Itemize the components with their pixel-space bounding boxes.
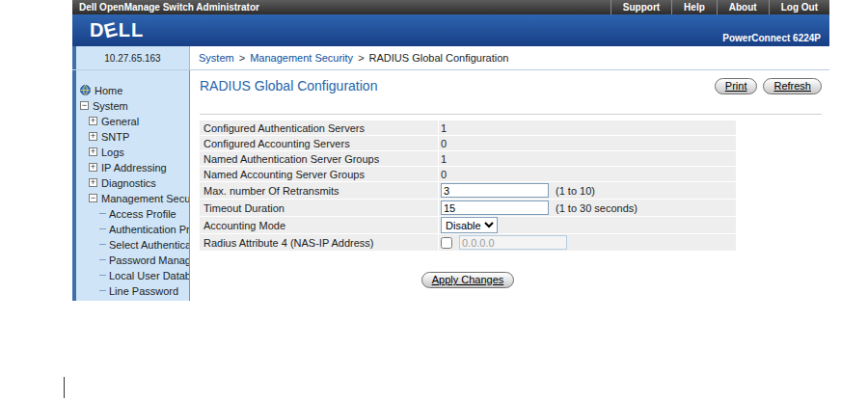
print-button[interactable]: Print (715, 78, 758, 94)
sidebar-item-select-authentication[interactable]: Select Authenticatio (76, 237, 189, 252)
sidebar-item-local-user-database[interactable]: Local User Databas (76, 268, 189, 282)
breadcrumb-link-management-security[interactable]: Management Security (250, 52, 353, 64)
logout-link[interactable]: Log Out (769, 0, 829, 14)
sidebar-item-line-password[interactable]: Line Password (76, 283, 189, 298)
sidebar-item-label: Access Profile (109, 208, 176, 220)
sidebar-item-password-management[interactable]: Password Managem (76, 253, 189, 267)
sidebar-item-label: Home (95, 85, 122, 96)
sidebar-item-management-security[interactable]: Management Security (76, 191, 189, 205)
table-row-timeout-duration: Timeout Duration (1 to 30 seconds) (200, 200, 736, 216)
header-buttons: Print Refresh (715, 78, 822, 94)
field-label: Configured Accounting Servers (200, 136, 439, 150)
brand-bar: DELL PowerConnect 6224P (72, 14, 829, 46)
help-link[interactable]: Help (671, 0, 717, 14)
sidebar-item-label: System (93, 100, 128, 112)
sidebar-item-authentication-profiles[interactable]: Authentication Profi (76, 222, 189, 236)
refresh-button[interactable]: Refresh (763, 78, 822, 94)
field-label: Configured Authentication Servers (200, 120, 439, 135)
sidebar-item-label: Line Password (109, 285, 178, 297)
table-row-max-retransmits: Max. number Of Retransmits (1 to 10) (200, 182, 736, 199)
sidebar-item-label: Diagnostics (101, 177, 156, 189)
home-icon (80, 85, 91, 95)
support-link[interactable]: Support (610, 0, 671, 14)
sidebar-item-home[interactable]: Home (76, 83, 189, 97)
sidebar-item-label: SNTP (101, 131, 129, 143)
table-row-configured-accounting-servers: Configured Accounting Servers 0 (200, 136, 736, 150)
field-hint: (1 to 30 seconds) (556, 202, 637, 214)
sidebar-item-diagnostics[interactable]: Diagnostics (76, 175, 189, 190)
field-label: Named Accounting Server Groups (200, 167, 439, 181)
table-row-accounting-mode: Accounting Mode Disable (200, 217, 736, 233)
field-value: 1 (441, 153, 447, 165)
field-label: Timeout Duration (200, 200, 439, 216)
main-content: RADIUS Global Configuration Print Refres… (190, 70, 829, 301)
table-row-radius-attribute-4: Radius Attribute 4 (NAS-IP Address) (200, 234, 736, 251)
field-label: Named Authentication Server Groups (200, 151, 439, 166)
table-row-configured-authentication-servers: Configured Authentication Servers 1 (200, 120, 736, 135)
sub-header: 10.27.65.163 System > Management Securit… (72, 46, 829, 70)
product-name: PowerConnect 6224P (722, 33, 821, 43)
breadcrumb: System > Management Security > RADIUS Gl… (190, 46, 829, 69)
expander-plus-icon[interactable] (89, 147, 97, 156)
max-retransmits-input[interactable] (441, 183, 549, 198)
sidebar-nav-tree: Home System General SNTP Logs IP Address… (72, 70, 190, 301)
app-window: Dell OpenManage Switch Administrator Sup… (72, 0, 829, 301)
sidebar-item-logs[interactable]: Logs (76, 145, 189, 159)
dell-logo: DELL (90, 19, 144, 41)
field-label: Max. number Of Retransmits (200, 182, 439, 199)
field-value: 1 (441, 122, 447, 134)
table-row-named-accounting-server-groups: Named Accounting Server Groups 0 (200, 167, 736, 181)
expander-minus-icon[interactable] (80, 101, 89, 110)
about-link[interactable]: About (717, 0, 769, 14)
field-label: Accounting Mode (200, 217, 439, 233)
table-row-named-authentication-server-groups: Named Authentication Server Groups 1 (200, 151, 736, 166)
breadcrumb-separator: > (358, 52, 364, 64)
expander-plus-icon[interactable] (89, 132, 97, 141)
sidebar-item-ip-addressing[interactable]: IP Addressing (76, 160, 189, 174)
topbar-links: Support Help About Log Out (610, 0, 829, 14)
sidebar-item-label: Password Managem (109, 254, 189, 266)
sidebar-item-label: Management Security (101, 193, 189, 204)
sidebar-item-sntp[interactable]: SNTP (76, 129, 189, 144)
device-ip: 10.27.65.163 (72, 46, 190, 69)
logo-letter: L (131, 19, 144, 41)
expander-plus-icon[interactable] (89, 178, 97, 187)
expander-minus-icon[interactable] (89, 194, 97, 202)
top-bar: Dell OpenManage Switch Administrator Sup… (72, 0, 829, 14)
radius-config-table: Configured Authentication Servers 1 Conf… (200, 120, 736, 251)
sidebar-item-enable-password[interactable]: Enable Password (76, 299, 189, 301)
expander-plus-icon[interactable] (89, 117, 97, 125)
breadcrumb-current: RADIUS Global Configuration (369, 52, 509, 64)
breadcrumb-separator: > (239, 52, 245, 64)
apply-row: Apply Changes (200, 270, 736, 288)
field-label: Radius Attribute 4 (NAS-IP Address) (200, 234, 439, 251)
expander-plus-icon[interactable] (89, 163, 97, 172)
text-cursor-artifact (64, 377, 65, 398)
sidebar-item-label: Select Authenticatio (109, 239, 189, 251)
nas-ip-input[interactable] (459, 235, 567, 250)
sidebar-item-label: IP Addressing (101, 162, 167, 174)
sidebar-item-system[interactable]: System (76, 98, 189, 113)
sidebar-item-label: Local User Databas (109, 270, 189, 281)
breadcrumb-link-system[interactable]: System (199, 52, 234, 64)
sidebar-item-label: General (101, 116, 139, 127)
field-hint: (1 to 10) (556, 185, 595, 197)
apply-changes-button[interactable]: Apply Changes (421, 272, 515, 288)
sidebar-item-label: Authentication Profi (109, 224, 189, 235)
accounting-mode-select[interactable]: Disable (441, 217, 498, 233)
field-value: 0 (441, 138, 447, 149)
nas-ip-checkbox[interactable] (441, 237, 452, 249)
sidebar-item-label: Enable Password (109, 301, 189, 302)
page-title: RADIUS Global Configuration (200, 78, 377, 94)
sidebar-item-access-profile[interactable]: Access Profile (76, 206, 189, 221)
app-title: Dell OpenManage Switch Administrator (72, 2, 259, 13)
field-value: 0 (441, 169, 447, 180)
sidebar-item-label: Logs (101, 147, 124, 158)
sidebar-item-general[interactable]: General (76, 114, 189, 128)
timeout-duration-input[interactable] (441, 200, 549, 215)
page-header: RADIUS Global Configuration Print Refres… (200, 78, 822, 115)
